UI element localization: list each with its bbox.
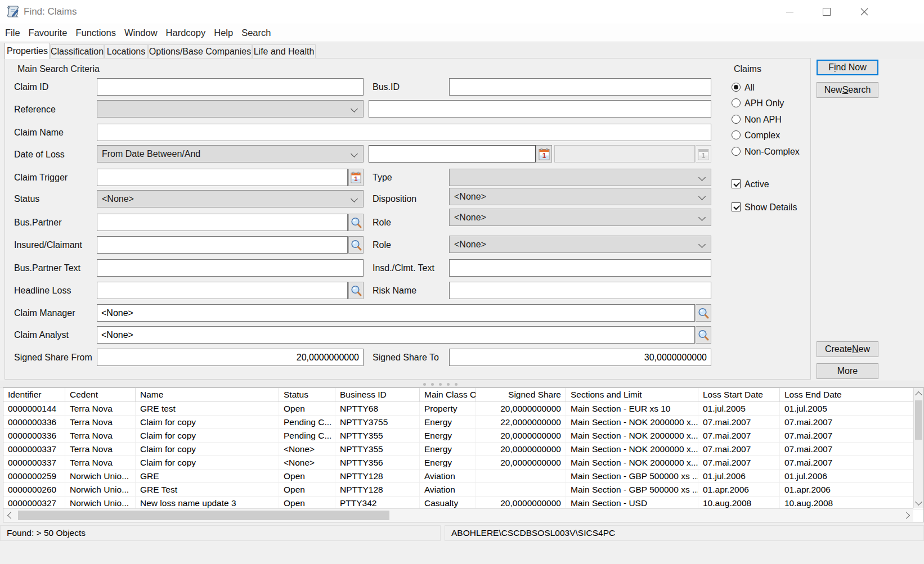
menu-help[interactable]: Help	[214, 28, 233, 38]
table-row[interactable]: 0000000259 Norwich Unio... GRE Open NPTT…	[3, 470, 923, 483]
insured-claimant-input[interactable]	[97, 236, 348, 254]
splitter-handle[interactable]	[0, 381, 924, 387]
reference-combo[interactable]	[97, 100, 364, 118]
bus-partner-input[interactable]	[97, 214, 348, 231]
claim-analyst-search-button[interactable]	[696, 326, 711, 344]
column-header-sections-and-limit[interactable]: Sections and Limit	[566, 388, 698, 401]
tab-life-and-health[interactable]: Life and Health	[252, 44, 316, 58]
date-of-loss-mode-combo[interactable]: From Date Between/And	[97, 145, 364, 163]
bus-partner-search-button[interactable]	[348, 214, 364, 231]
menu-file[interactable]: File	[5, 28, 20, 38]
column-header-name[interactable]: Name	[136, 388, 279, 401]
show-details-checkbox-label[interactable]: Show Details	[744, 202, 797, 213]
tab-locations[interactable]: Locations	[104, 44, 148, 58]
type-combo[interactable]	[449, 169, 711, 186]
date-of-loss-from-calendar-button[interactable]: 1	[536, 145, 552, 163]
menu-hardcopy[interactable]: Hardcopy	[166, 28, 206, 38]
table-row[interactable]: 0000000336 Terra Nova Claim for copy Pen…	[3, 429, 923, 443]
status-combo[interactable]: <None>	[97, 190, 364, 207]
role-2-combo[interactable]: <None>	[449, 236, 711, 253]
claim-name-input[interactable]	[97, 124, 711, 141]
bus-partner-text-input[interactable]	[97, 259, 364, 277]
more-button[interactable]: More	[817, 363, 878, 379]
column-header-main-class[interactable]: Main Class O...	[420, 388, 476, 401]
disposition-combo[interactable]: <None>	[449, 188, 711, 205]
role-1-combo[interactable]: <None>	[449, 209, 711, 226]
cell-signed-share: 20,0000000000	[476, 429, 566, 442]
column-header-cedent[interactable]: Cedent	[65, 388, 136, 401]
headline-loss-search-button[interactable]	[348, 282, 364, 299]
scroll-up-button[interactable]	[914, 388, 923, 399]
insd-clmt-text-input[interactable]	[449, 259, 711, 277]
cell-sections-and-limit: Main Section - GBP 500000 xs ...	[566, 470, 698, 482]
table-row[interactable]: 0000000337 Terra Nova Claim for copy <No…	[3, 443, 923, 456]
scroll-down-button[interactable]	[914, 497, 923, 508]
cell-name: Claim for copy	[136, 416, 279, 428]
insured-claimant-search-button[interactable]	[348, 236, 364, 254]
claim-trigger-calendar-button[interactable]: 1	[348, 169, 364, 186]
cell-status: Open	[279, 402, 335, 415]
column-header-loss-end-date[interactable]: Loss End Date	[780, 388, 913, 401]
radio-non-aph[interactable]	[732, 115, 741, 124]
new-search-button[interactable]: New Search	[817, 82, 878, 98]
radio-all[interactable]	[732, 83, 741, 92]
cell-main-class: Energy	[420, 456, 476, 469]
table-row[interactable]: 0000000260 Norwich Unio... GRE Test Open…	[3, 483, 923, 497]
active-checkbox[interactable]	[732, 179, 741, 188]
radio-non-complex[interactable]	[732, 147, 741, 156]
date-of-loss-from-input[interactable]	[369, 145, 536, 163]
column-header-loss-start-date[interactable]: Loss Start Date	[698, 388, 780, 401]
signed-share-from-input[interactable]	[97, 349, 364, 366]
radio-non-aph-label[interactable]: Non APH	[744, 115, 782, 125]
tab-properties[interactable]: Properties	[5, 43, 50, 59]
headline-loss-input[interactable]	[97, 282, 348, 299]
close-button[interactable]	[851, 0, 877, 24]
horizontal-scrollbar-thumb[interactable]	[18, 511, 389, 520]
claim-manager-input[interactable]	[97, 304, 695, 322]
menu-window[interactable]: Window	[124, 28, 158, 38]
maximize-button[interactable]	[814, 0, 840, 24]
vertical-scrollbar[interactable]	[913, 388, 923, 508]
table-row[interactable]: 0000000144 Terra Nova GRE test Open NPTT…	[3, 402, 923, 416]
active-checkbox-label[interactable]: Active	[744, 179, 769, 189]
column-header-identifier[interactable]: Identifier	[3, 388, 65, 401]
claim-analyst-input[interactable]	[97, 326, 695, 344]
minimize-button[interactable]	[777, 0, 802, 24]
cell-cedent: Norwich Unio...	[65, 470, 136, 482]
table-row[interactable]: 0000000336 Terra Nova Claim for copy Pen…	[3, 416, 923, 429]
results-header: Identifier Cedent Name Status Business I…	[3, 388, 923, 402]
menu-favourite[interactable]: Favourite	[29, 28, 68, 38]
claim-manager-search-button[interactable]	[696, 304, 711, 322]
radio-complex-label[interactable]: Complex	[744, 130, 780, 141]
create-new-button[interactable]: Create New	[817, 341, 878, 357]
radio-non-complex-label[interactable]: Non-Complex	[744, 147, 800, 157]
reference-value-input[interactable]	[369, 100, 711, 118]
cell-loss-end-date: 07.mai.2007	[780, 429, 913, 442]
tab-classification[interactable]: Classification	[50, 44, 104, 58]
show-details-checkbox[interactable]	[732, 202, 741, 211]
cell-signed-share: 22,0000000000	[476, 416, 566, 428]
radio-all-label[interactable]: All	[744, 83, 755, 93]
menu-functions[interactable]: Functions	[75, 28, 116, 38]
scroll-left-button[interactable]	[3, 509, 16, 522]
column-header-signed-share[interactable]: Signed Share	[476, 388, 566, 401]
tab-options-base-companies[interactable]: Options/Base Companies	[148, 44, 252, 58]
vertical-scrollbar-thumb[interactable]	[915, 400, 922, 440]
scroll-right-button[interactable]	[901, 509, 913, 522]
column-header-status[interactable]: Status	[279, 388, 335, 401]
radio-aph-only-label[interactable]: APH Only	[744, 98, 784, 109]
claim-trigger-input[interactable]	[97, 169, 348, 186]
signed-share-to-input[interactable]	[449, 349, 711, 366]
column-header-business-id[interactable]: Business ID	[335, 388, 420, 401]
calendar-icon: 1	[539, 148, 550, 160]
risk-name-input[interactable]	[449, 282, 711, 299]
claim-id-input[interactable]	[97, 78, 364, 96]
horizontal-scrollbar[interactable]	[3, 508, 913, 522]
bus-id-input[interactable]	[449, 78, 711, 96]
menu-search[interactable]: Search	[241, 28, 271, 38]
role-1-label: Role	[373, 218, 391, 228]
find-now-button[interactable]: Find Now	[817, 60, 878, 75]
radio-complex[interactable]	[732, 130, 741, 139]
table-row[interactable]: 0000000337 Terra Nova Claim for copy <No…	[3, 456, 923, 470]
radio-aph-only[interactable]	[732, 98, 741, 107]
